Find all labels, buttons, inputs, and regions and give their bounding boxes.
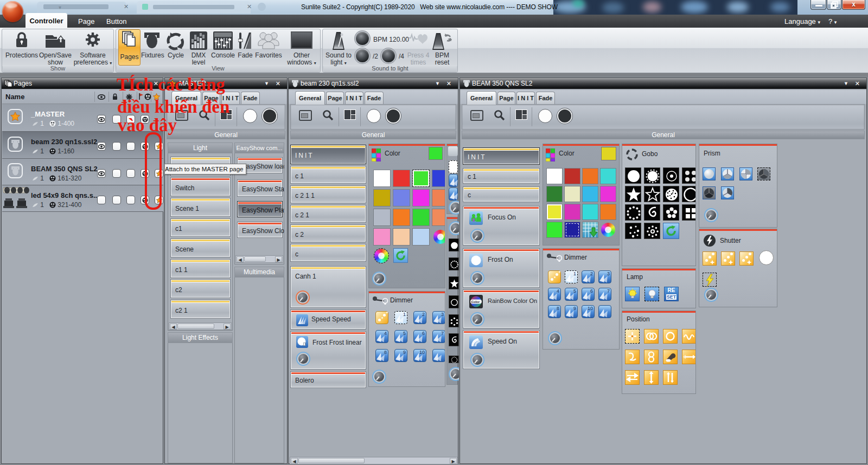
svg-text:QNS: QNS: [4, 187, 11, 190]
svg-text:Color: Color: [471, 300, 480, 303]
